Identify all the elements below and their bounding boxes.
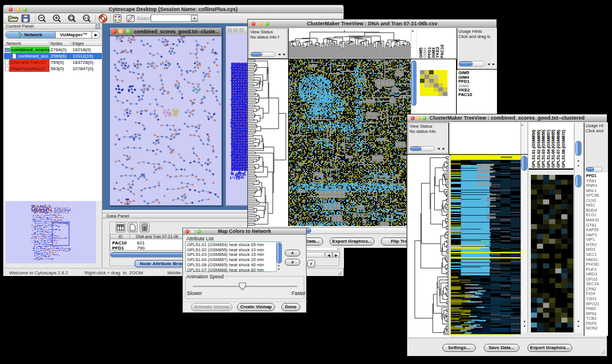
- svg-text:1:1: 1:1: [84, 16, 88, 20]
